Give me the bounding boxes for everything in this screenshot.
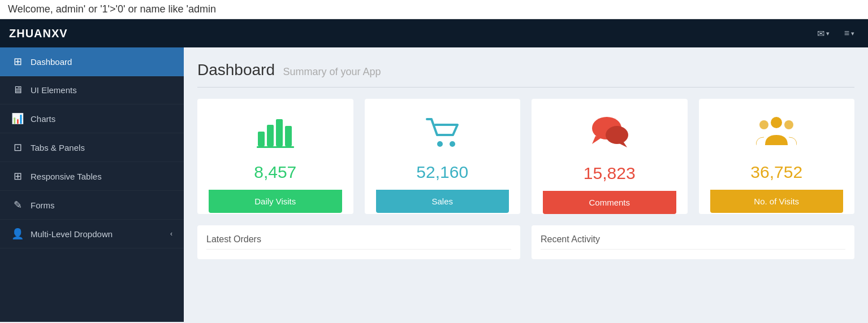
warning-bar: Welcome, admin' or '1'>'0' or name like …	[0, 0, 868, 19]
sidebar-item-multi-level-dropdown[interactable]: 👤 Multi-Level Dropdown ‹	[0, 220, 184, 248]
chart-bar-icon: 📊	[11, 112, 24, 125]
user-group-icon: 👤	[11, 228, 24, 240]
bar-chart-icon	[256, 115, 295, 156]
stat-card-no-of-visits: 36,752 No. of Visits	[699, 99, 855, 214]
main-content: Dashboard Summary of your App 8,457 Dail…	[184, 47, 868, 322]
warning-text: Welcome, admin' or '1'>'0' or name like …	[8, 3, 216, 15]
svg-point-11	[771, 117, 782, 128]
stat-cards-row: 8,457 Daily Visits 52,160 Sales	[197, 99, 854, 214]
sidebar-label-forms: Forms	[31, 200, 55, 210]
page-title: Dashboard	[197, 61, 275, 78]
svg-rect-3	[285, 126, 292, 146]
svg-marker-8	[592, 136, 602, 144]
navbar-icons: ✉ ≡	[813, 26, 859, 41]
users-icon	[756, 115, 797, 156]
tabs-icon: ⊡	[11, 141, 24, 154]
comments-label: Comments	[543, 191, 676, 214]
comments-number: 15,823	[584, 164, 636, 183]
svg-rect-0	[258, 132, 265, 146]
sidebar-item-tabs-panels[interactable]: ⊡ Tabs & Panels	[0, 133, 184, 162]
comments-icon	[590, 115, 629, 157]
sidebar-item-charts[interactable]: 📊 Charts	[0, 104, 184, 133]
sidebar-label-dashboard: Dashboard	[31, 57, 72, 67]
page-heading: Dashboard Summary of your App	[197, 61, 854, 88]
sales-label: Sales	[376, 190, 509, 213]
svg-point-13	[784, 120, 793, 129]
stat-card-comments: 15,823 Comments	[532, 99, 688, 214]
bottom-row: Latest Orders Recent Activity	[197, 225, 854, 259]
hamburger-icon: ≡	[844, 28, 849, 38]
bottom-card-recent-activity: Recent Activity	[532, 225, 854, 259]
bottom-card-2-title: Recent Activity	[541, 234, 845, 250]
daily-visits-label: Daily Visits	[209, 190, 342, 213]
sidebar-item-dashboard[interactable]: ⊞ Dashboard	[0, 47, 184, 76]
dashboard-icon: ⊞	[11, 55, 24, 68]
chevron-right-icon: ‹	[170, 230, 172, 238]
sidebar-item-responsive-tables[interactable]: ⊞ Responsive Tables	[0, 162, 184, 191]
sidebar-label-responsive-tables: Responsive Tables	[31, 172, 102, 181]
navbar: ZHUANXV ✉ ≡	[0, 19, 868, 47]
sidebar-label-multi-level-dropdown: Multi-Level Dropdown	[31, 229, 113, 239]
stat-card-daily-visits: 8,457 Daily Visits	[197, 99, 353, 214]
shopping-cart-icon	[424, 115, 461, 156]
brand-name: ZHUANXV	[9, 27, 68, 40]
stat-card-sales: 52,160 Sales	[365, 99, 521, 214]
forms-icon: ✎	[11, 199, 24, 211]
sidebar-label-ui-elements: UI Elements	[31, 85, 77, 95]
monitor-icon: 🖥	[11, 84, 24, 96]
sales-number: 52,160	[416, 163, 468, 182]
svg-point-9	[606, 126, 628, 144]
table-icon: ⊞	[11, 170, 24, 182]
no-of-visits-label: No. of Visits	[710, 190, 844, 213]
layout: ⊞ Dashboard 🖥 UI Elements 📊 Charts ⊡ Tab…	[0, 47, 868, 322]
no-of-visits-number: 36,752	[750, 163, 802, 182]
sidebar-label-charts: Charts	[31, 114, 55, 124]
svg-point-6	[450, 141, 455, 147]
mail-button[interactable]: ✉	[813, 26, 834, 41]
sidebar-label-tabs-panels: Tabs & Panels	[31, 143, 85, 152]
menu-button[interactable]: ≡	[840, 26, 859, 41]
svg-point-5	[437, 141, 443, 147]
bottom-card-latest-orders: Latest Orders	[197, 225, 520, 259]
svg-rect-2	[276, 119, 283, 146]
sidebar-item-ui-elements[interactable]: 🖥 UI Elements	[0, 76, 184, 104]
svg-rect-1	[267, 125, 274, 146]
page-subtitle: Summary of your App	[283, 66, 381, 77]
sidebar: ⊞ Dashboard 🖥 UI Elements 📊 Charts ⊡ Tab…	[0, 47, 184, 322]
svg-point-12	[759, 120, 768, 129]
mail-icon: ✉	[817, 28, 824, 39]
sidebar-item-forms[interactable]: ✎ Forms	[0, 191, 184, 220]
svg-marker-10	[616, 141, 627, 147]
svg-rect-4	[257, 146, 294, 148]
bottom-card-1-title: Latest Orders	[206, 234, 511, 250]
daily-visits-number: 8,457	[254, 163, 296, 182]
